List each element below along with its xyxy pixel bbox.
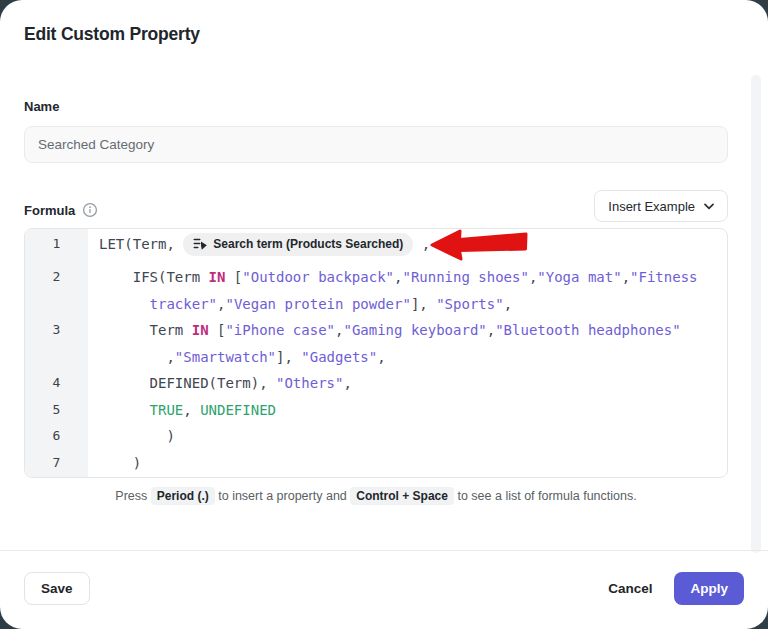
formula-label: Formula bbox=[24, 203, 75, 218]
line-number bbox=[25, 291, 88, 318]
chevron-down-icon bbox=[704, 203, 714, 210]
line-number: 4 bbox=[25, 370, 88, 397]
code-row: 6 ) bbox=[25, 423, 727, 450]
info-icon[interactable] bbox=[82, 202, 98, 218]
save-button[interactable]: Save bbox=[24, 572, 90, 605]
formula-editor[interactable]: 1LET(Term, Search term (Products Searche… bbox=[24, 228, 728, 478]
code-line: tracker","Vegan protein powder"], "Sport… bbox=[88, 291, 512, 318]
line-number: 6 bbox=[25, 423, 88, 450]
code-line: LET(Term, Search term (Products Searched… bbox=[88, 229, 430, 259]
code-line: Term IN ["iPhone case","Gaming keyboard"… bbox=[88, 317, 681, 344]
property-chip[interactable]: Search term (Products Searched) bbox=[183, 233, 413, 256]
line-number: 3 bbox=[25, 317, 88, 344]
code-row: tracker","Vegan protein powder"], "Sport… bbox=[25, 291, 727, 318]
line-number bbox=[25, 344, 88, 371]
property-chip-label: Search term (Products Searched) bbox=[213, 229, 403, 259]
code-row: 2 IFS(Term IN ["Outdoor backpack","Runni… bbox=[25, 264, 727, 291]
hint-kbd-period: Period (.) bbox=[151, 487, 215, 505]
name-field-label: Name bbox=[24, 99, 59, 114]
list-cursor-icon bbox=[193, 237, 207, 251]
formula-rows: 1LET(Term, Search term (Products Searche… bbox=[25, 229, 727, 476]
modal-scrollbar[interactable] bbox=[751, 75, 761, 553]
modal-title: Edit Custom Property bbox=[24, 24, 200, 45]
line-number: 5 bbox=[25, 397, 88, 424]
code-row: 4 DEFINED(Term), "Others", bbox=[25, 370, 727, 397]
line-number: 2 bbox=[25, 264, 88, 291]
formula-header: Formula bbox=[24, 202, 98, 218]
hint-part2: to insert a property and bbox=[215, 489, 351, 503]
edit-custom-property-modal: Edit Custom Property Name Formula Insert… bbox=[0, 0, 768, 629]
code-row: 3 Term IN ["iPhone case","Gaming keyboar… bbox=[25, 317, 727, 344]
code-row: ,"Smartwatch"], "Gadgets", bbox=[25, 344, 727, 371]
code-line: DEFINED(Term), "Others", bbox=[88, 370, 352, 397]
insert-example-label: Insert Example bbox=[608, 199, 695, 214]
code-row: 1LET(Term, Search term (Products Searche… bbox=[25, 229, 727, 259]
name-input[interactable] bbox=[24, 126, 728, 163]
line-number: 1 bbox=[25, 229, 88, 259]
code-row: 5 TRUE, UNDEFINED bbox=[25, 397, 727, 424]
code-line: IFS(Term IN ["Outdoor backpack","Running… bbox=[88, 264, 698, 291]
insert-example-button[interactable]: Insert Example bbox=[594, 190, 728, 222]
line-number: 7 bbox=[25, 450, 88, 477]
hint-part3: to see a list of formula functions. bbox=[454, 489, 637, 503]
hint-kbd-control-space: Control + Space bbox=[350, 487, 454, 505]
code-line: ,"Smartwatch"], "Gadgets", bbox=[88, 344, 386, 371]
code-line: ) bbox=[88, 450, 141, 477]
cancel-button[interactable]: Cancel bbox=[608, 581, 652, 596]
hint-part1: Press bbox=[115, 489, 150, 503]
code-line: TRUE, UNDEFINED bbox=[88, 397, 276, 424]
code-line: ) bbox=[88, 423, 175, 450]
code-row: 7 ) bbox=[25, 450, 727, 477]
apply-button[interactable]: Apply bbox=[674, 572, 744, 605]
editor-hint-text: Press Period (.) to insert a property an… bbox=[24, 489, 728, 503]
footer-divider bbox=[0, 550, 768, 551]
footer-actions: Cancel Apply bbox=[608, 572, 744, 605]
